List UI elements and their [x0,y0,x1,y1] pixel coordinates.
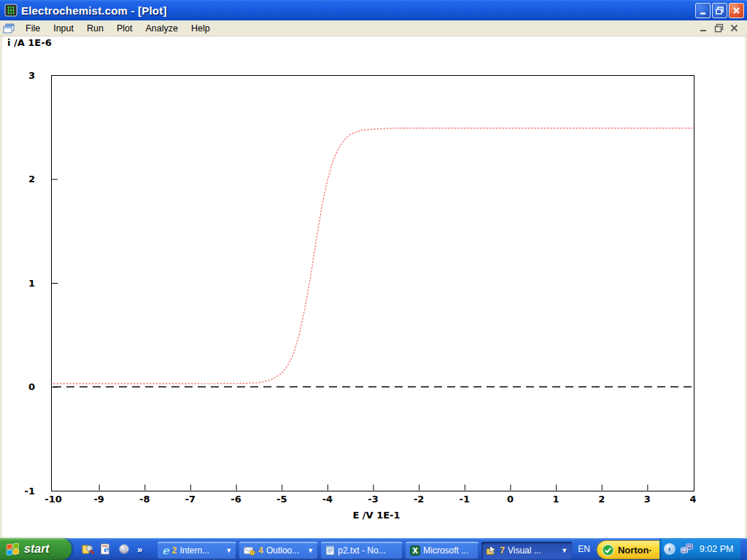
restore-icon [715,6,724,15]
quick-launch-search-icon[interactable] [81,542,94,556]
group-dropdown-arrow-icon[interactable]: ▼ [304,547,314,554]
network-status-icon[interactable] [680,543,694,555]
y-tick-label: 2 [28,174,35,184]
norton-label: Norton· [618,545,652,556]
start-button-label: start [24,542,50,556]
x-tick-label: 3 [644,494,651,505]
x-tick-label: -7 [185,494,196,505]
x-tick-label: 1 [553,494,560,505]
menu-item-analyze[interactable]: Analyze [139,22,184,35]
windows-logo-icon [6,542,20,556]
menu-bar: FileInputRunPlotAnalyzeHelp [0,20,747,36]
taskbar-button-visual[interactable]: 7Visual ...▼ [481,542,572,559]
quick-launch-browser-icon[interactable]: e [99,542,112,556]
desktop: Electrochemist.com - [Plot] FileInputRun… [0,0,747,560]
outlook-icon [244,545,255,556]
x-tick-label: -1 [460,494,470,505]
x-tick-label: 0 [507,494,514,505]
y-tick-label: 3 [28,70,35,81]
x-tick-label: 4 [689,494,696,505]
y-tick-label: -1 [25,486,35,497]
system-tray: ‹ 9:02 PM [659,538,741,560]
menu-item-help[interactable]: Help [185,22,217,35]
y-axis-title: i /A 1E-6 [7,37,52,48]
taskbar: start e » e2Intern...▼4Outloo...▼p2.txt … [0,538,747,560]
x-tick-label: -9 [93,494,104,505]
x-tick-label: -4 [322,494,333,505]
x-tick-label: -3 [368,494,378,505]
notepad-icon [325,545,335,556]
quick-launch-bar: e » [71,542,149,556]
minimize-icon [698,6,708,15]
group-dropdown-arrow-icon[interactable]: ▼ [558,547,568,554]
menu-item-input[interactable]: Input [47,22,80,35]
close-button[interactable] [729,3,744,18]
taskbar-button-microsoft[interactable]: XMicrosoft ... [406,542,479,559]
taskbar-button-label: Outloo... [266,545,299,556]
tray-collapse-chevron-icon[interactable]: ‹ [664,543,676,555]
window-title: Electrochemist.com - [Plot] [21,4,695,17]
x-tick-label: -5 [276,494,287,505]
y-tick-label: 1 [28,278,35,289]
x-axis-title: E /V 1E-1 [352,510,400,521]
language-indicator[interactable]: EN [578,544,590,554]
y-tick-label: 0 [28,381,35,392]
visual-icon [486,545,497,556]
mdi-window-controls [698,23,740,33]
window-titlebar: Electrochemist.com - [Plot] [0,0,747,20]
x-tick-label: -10 [44,494,62,505]
mdi-minimize-icon[interactable] [698,23,709,33]
internet-explorer-icon: e [162,545,169,556]
taskbar-button-intern[interactable]: e2Intern...▼ [158,542,236,559]
x-tick-label: -2 [414,494,424,505]
minimize-button[interactable] [695,3,711,18]
menu-item-run[interactable]: Run [80,22,110,35]
mdi-close-icon[interactable] [729,23,740,33]
taskbar-button-label: p2.txt - No... [338,545,385,556]
voltammogram-plot: -10-9-8-7-6-5-4-3-2-1012343210-1i /A 1E-… [0,36,747,538]
taskbar-button-p2-txt-no[interactable]: p2.txt - No... [321,542,403,559]
start-button[interactable]: start [0,538,71,560]
menu-item-file[interactable]: File [19,22,47,35]
close-icon [732,6,741,15]
plot-app-icon [4,4,18,17]
x-tick-label: 2 [598,494,605,505]
mdi-restore-icon[interactable] [713,23,724,33]
norton-check-icon [602,544,614,556]
mdi-child-window-icon [3,23,15,34]
quick-launch-overflow-chevron[interactable]: » [137,544,142,555]
plot-frame [52,76,694,491]
quick-launch-player-icon[interactable] [117,542,131,556]
series-steady-state-voltammogram [53,128,693,384]
svg-text:X: X [412,546,418,554]
x-tick-label: -8 [139,494,150,505]
menu-items: FileInputRunPlotAnalyzeHelp [19,22,698,35]
taskbar-button-label: Visual ... [508,545,541,556]
excel-icon: X [410,545,420,556]
taskbar-buttons: e2Intern...▼4Outloo...▼p2.txt - No...XMi… [158,540,575,559]
taskbar-button-label: Intern... [179,545,209,556]
window-group-count: 2 [172,545,177,556]
menu-item-plot[interactable]: Plot [110,22,139,35]
x-tick-label: -6 [231,494,241,505]
taskbar-button-label: Microsoft ... [423,545,468,556]
window-group-count: 7 [500,545,505,556]
window-group-count: 4 [258,545,263,556]
tray-clock: 9:02 PM [700,544,734,554]
norton-badge[interactable]: Norton· [597,540,659,559]
group-dropdown-arrow-icon[interactable]: ▼ [222,547,232,554]
taskbar-button-outloo[interactable]: 4Outloo...▼ [239,542,318,559]
plot-client-area: -10-9-8-7-6-5-4-3-2-1012343210-1i /A 1E-… [0,36,747,538]
restore-button[interactable] [712,3,727,18]
